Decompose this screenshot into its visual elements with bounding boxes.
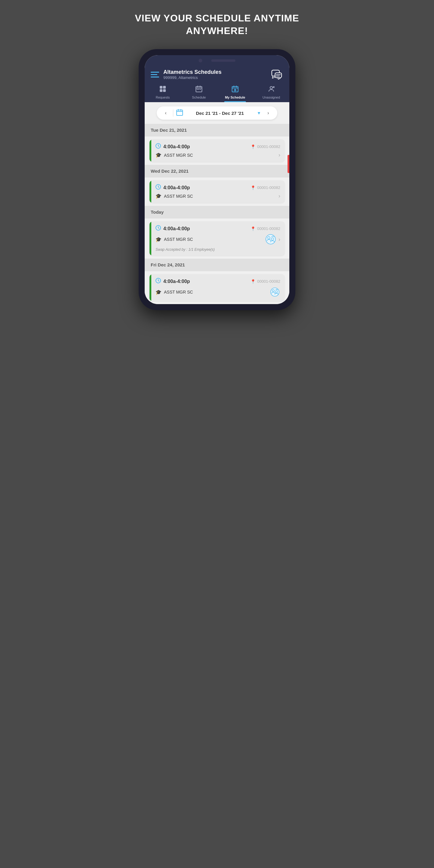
shift-role-fri: 🎓 ASST MGR SC: [156, 289, 193, 295]
pin-icon-today: 📍: [250, 226, 255, 231]
swap-icon[interactable]: [265, 234, 276, 245]
day-header-fri-text: Fri Dec 24, 2021: [151, 262, 185, 267]
pin-icon-fri: 📍: [250, 279, 255, 284]
shift-time-fri: 4:00a-4:00p: [156, 278, 190, 285]
clock-icon-tue: [156, 143, 161, 150]
notch-speaker: [211, 59, 236, 62]
role-icon-fri: 🎓: [156, 289, 161, 295]
date-picker-pill: ‹ Dec 21 '21 - Dec 27 '21 ▼ ›: [157, 106, 277, 120]
hamburger-icon[interactable]: [151, 72, 159, 78]
clock-icon-fri: [156, 278, 161, 285]
header-title-group: Altametrics Schedules 999999, Altametric…: [163, 69, 221, 80]
date-prev-button[interactable]: ‹: [161, 109, 170, 117]
date-divider: [173, 110, 173, 117]
app-subtitle: 999999, Altametrics: [163, 75, 221, 80]
svg-rect-5: [163, 86, 166, 89]
role-icon-tue: 🎓: [156, 152, 161, 158]
shift-body-fri: 4:00a-4:00p 📍 00001-00082 🎓 ASST MGR SC: [151, 274, 284, 301]
requests-icon: [159, 85, 166, 94]
shift-time-today: 4:00a-4:00p: [156, 225, 190, 232]
shift-chevron-wed: ›: [278, 193, 280, 199]
header-left: Altametrics Schedules 999999, Altametric…: [151, 69, 221, 80]
svg-rect-13: [198, 89, 199, 90]
shift-card-tue[interactable]: 4:00a-4:00p 📍 00001-00082 🎓 ASST MGR SC: [150, 140, 284, 162]
svg-line-43: [158, 281, 159, 281]
shift-location-today: 📍 00001-00082: [250, 226, 280, 231]
app-title: Altametrics Schedules: [163, 69, 221, 75]
clock-icon-today: [156, 225, 161, 232]
day-header-tue-text: Tue Dec 21, 2021: [151, 127, 187, 133]
svg-rect-14: [200, 89, 201, 90]
shift-role-wed: 🎓 ASST MGR SC: [156, 193, 193, 199]
tab-schedule-label: Schedule: [192, 96, 206, 99]
shift-card-today[interactable]: 4:00a-4:00p 📍 00001-00082 🎓 ASST MGR SC: [150, 221, 284, 255]
date-next-button[interactable]: ›: [264, 109, 273, 117]
shift-location-wed: 📍 00001-00082: [250, 185, 280, 190]
svg-rect-4: [160, 86, 162, 89]
shift-wrapper-tue: 4:00a-4:00p 📍 00001-00082 🎓 ASST MGR SC: [145, 136, 289, 165]
app-header: Altametrics Schedules 999999, Altametric…: [145, 64, 289, 81]
svg-point-38: [266, 235, 276, 244]
shift-chevron-today: ›: [278, 236, 280, 243]
day-header-wed: Wed Dec 22, 2021: [145, 165, 289, 178]
day-header-tue: Tue Dec 21, 2021: [145, 124, 289, 136]
scroll-indicator: [287, 155, 289, 173]
nav-tabs: Requests Schedule: [145, 81, 289, 102]
tab-my-schedule[interactable]: My Schedule: [217, 84, 253, 102]
pin-icon-tue: 📍: [250, 144, 255, 149]
chat-icon-button[interactable]: [270, 68, 283, 81]
my-schedule-icon: [231, 85, 239, 94]
main-content: ‹ Dec 21 '21 - Dec 27 '21 ▼ ›: [145, 102, 289, 304]
shift-role-tue: 🎓 ASST MGR SC: [156, 152, 193, 158]
svg-line-31: [158, 146, 159, 147]
svg-rect-1: [275, 73, 282, 78]
schedule-icon: [195, 85, 203, 94]
shift-chevron-tue: ›: [278, 152, 280, 158]
svg-rect-25: [177, 110, 183, 116]
shift-location-tue: 📍 00001-00082: [250, 144, 280, 149]
shift-body-wed: 4:00a-4:00p 📍 00001-00082 🎓 ASST MGR SC: [151, 181, 284, 203]
svg-rect-6: [160, 89, 162, 92]
shift-body-today: 4:00a-4:00p 📍 00001-00082 🎓 ASST MGR SC: [151, 221, 284, 255]
clock-icon-wed: [156, 184, 161, 191]
day-header-today-text: Today: [151, 210, 164, 215]
tab-schedule[interactable]: Schedule: [181, 84, 217, 102]
date-dropdown-icon[interactable]: ▼: [257, 111, 261, 116]
shift-wrapper-today: 4:00a-4:00p 📍 00001-00082 🎓 ASST MGR SC: [145, 218, 289, 258]
tab-my-schedule-label: My Schedule: [225, 96, 245, 99]
calendar-icon: [176, 109, 183, 117]
svg-point-44: [271, 288, 279, 296]
shift-body-tue: 4:00a-4:00p 📍 00001-00082 🎓 ASST MGR SC: [151, 140, 284, 162]
swap-icon-area: ›: [265, 234, 280, 245]
day-header-wed-text: Wed Dec 22, 2021: [151, 168, 189, 174]
shift-time-tue: 4:00a-4:00p: [156, 143, 190, 150]
shift-location-fri: 📍 00001-00082: [250, 279, 280, 284]
svg-line-37: [158, 228, 159, 228]
swap-icon-area-fri: [270, 287, 280, 298]
tab-unassigned-label: Unassigned: [262, 96, 280, 99]
page-headline: VIEW YOUR SCHEDULE ANYTIME ANYWHERE!: [135, 12, 299, 37]
swap-icon-fri[interactable]: [270, 287, 280, 298]
role-icon-wed: 🎓: [156, 193, 161, 199]
role-icon-today: 🎓: [156, 237, 161, 242]
tab-unassigned[interactable]: Unassigned: [253, 84, 289, 102]
day-header-fri: Fri Dec 24, 2021: [145, 258, 289, 271]
shift-wrapper-fri: 4:00a-4:00p 📍 00001-00082 🎓 ASST MGR SC: [145, 271, 289, 304]
svg-line-34: [158, 187, 159, 187]
date-picker-bar: ‹ Dec 21 '21 - Dec 27 '21 ▼ ›: [145, 102, 289, 124]
svg-rect-7: [163, 89, 166, 92]
date-range-text: Dec 21 '21 - Dec 27 '21: [186, 111, 254, 116]
shift-swap-text-today: Swap Accepted by : 1/1 Employee(s): [156, 247, 215, 252]
shift-card-fri[interactable]: 4:00a-4:00p 📍 00001-00082 🎓 ASST MGR SC: [150, 274, 284, 301]
shift-wrapper-wed: 4:00a-4:00p 📍 00001-00082 🎓 ASST MGR SC: [145, 178, 289, 206]
shift-card-wed[interactable]: 4:00a-4:00p 📍 00001-00082 🎓 ASST MGR SC: [150, 181, 284, 203]
unassigned-icon: [268, 85, 275, 94]
svg-rect-12: [197, 89, 198, 90]
tab-requests[interactable]: Requests: [145, 84, 181, 102]
phone-notch: [145, 55, 289, 64]
phone-screen: Altametrics Schedules 999999, Altametric…: [145, 55, 289, 304]
pin-icon-wed: 📍: [250, 185, 255, 190]
phone-shell: Altametrics Schedules 999999, Altametric…: [138, 49, 296, 310]
svg-point-22: [270, 87, 273, 89]
notch-camera: [198, 59, 202, 62]
